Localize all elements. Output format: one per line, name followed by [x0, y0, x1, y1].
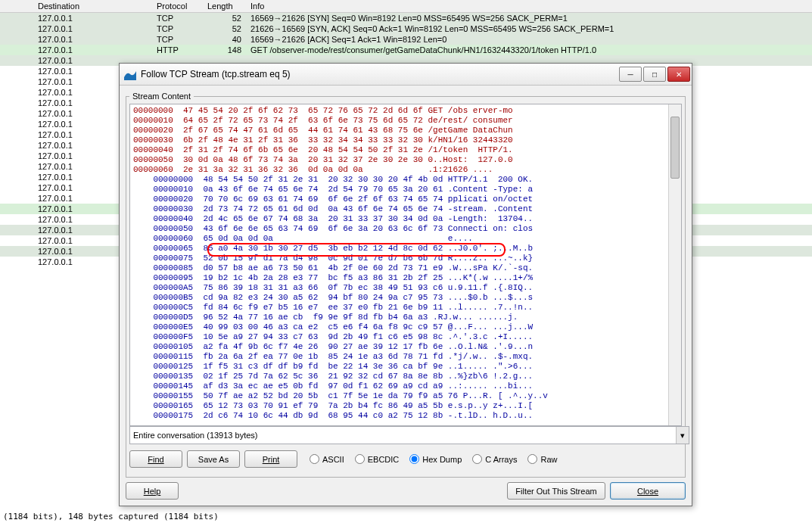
hex-line: 00000060 65 0d 0a 0d 0a e.... [133, 234, 678, 244]
hex-dump-pane[interactable]: 00000000 47 45 54 20 2f 6f 62 73 65 72 7… [129, 104, 682, 267]
follow-tcp-stream-dialog: Follow TCP Stream (tcp.stream eq 5) ─ □ … [119, 63, 692, 267]
hex-line: 00000040 2d 4c 65 6e 67 74 68 3a 20 31 3… [133, 214, 678, 224]
scrollbar-thumb[interactable] [670, 117, 680, 179]
hex-line: 00000030 2d 73 74 72 65 61 6d 0d 0a 43 6… [133, 204, 678, 214]
table-row[interactable]: 127.0.0.1TCP5221626→16569 [SYN, ACK] Seq… [0, 23, 812, 34]
hex-line: 00000010 0a 43 6f 6e 74 65 6e 74 2d 54 7… [133, 185, 678, 195]
table-row[interactable]: 127.0.0.1TCP5216569→21626 [SYN] Seq=0 Wi… [0, 13, 812, 24]
dialog-title: Follow TCP Stream (tcp.stream eq 5) [141, 69, 619, 79]
col-info[interactable]: Info [246, 0, 812, 13]
col-length[interactable]: Length [203, 0, 246, 13]
titlebar[interactable]: Follow TCP Stream (tcp.stream eq 5) ─ □ … [120, 64, 692, 86]
table-row[interactable]: 127.0.0.1TCP4016569→21626 [ACK] Seq=1 Ac… [0, 34, 812, 45]
hex-line: 00000050 43 6f 6e 6e 65 63 74 69 6f 6e 3… [133, 224, 678, 234]
table-header-row: Destination Protocol Length Info [0, 0, 812, 13]
wireshark-icon [124, 68, 136, 80]
stream-content-legend: Stream Content [129, 92, 194, 101]
scrollbar[interactable] [668, 104, 681, 267]
hex-line: 00000075 52 0b 15 9f d1 7a d4 98 0c 9d 0… [133, 254, 678, 263]
hex-line: 00000060 2e 31 3a 32 31 36 32 36 0d 0a 0… [133, 165, 678, 175]
hex-line: 00000050 30 0d 0a 48 6f 73 74 3a 20 31 3… [133, 155, 678, 165]
close-window-button[interactable]: ✕ [667, 67, 690, 82]
col-destination[interactable]: Destination [0, 0, 152, 13]
hex-line: 00000020 2f 67 65 74 47 61 6d 65 44 61 7… [133, 126, 678, 135]
stream-content-fieldset: Stream Content 00000000 47 45 54 20 2f 6… [126, 92, 686, 267]
hex-line: 00000085 d0 57 b8 ae a6 73 50 61 4b 2f 0… [133, 263, 678, 267]
hex-line: 00000040 2f 31 2f 74 6f 6b 65 6e 20 48 5… [133, 145, 678, 155]
hex-line: 00000010 64 65 2f 72 65 73 74 2f 63 6f 6… [133, 116, 678, 126]
hex-line: 00000000 47 45 54 20 2f 6f 62 73 65 72 7… [133, 106, 678, 116]
minimize-button[interactable]: ─ [619, 67, 642, 82]
hex-line: 00000020 70 70 6c 69 63 61 74 69 6f 6e 2… [133, 195, 678, 204]
hex-line: 00000030 6b 2f 48 4e 31 2f 31 36 33 32 3… [133, 135, 678, 145]
maximize-button[interactable]: □ [643, 67, 666, 82]
hex-line: 00000000 48 54 54 50 2f 31 2e 31 20 32 3… [133, 175, 678, 185]
hex-line: 00000065 85 a0 4a 30 1b 30 27 d5 3b eb b… [133, 244, 678, 254]
table-row[interactable]: 127.0.0.1HTTP148GET /observer-mode/rest/… [0, 45, 812, 55]
col-protocol[interactable]: Protocol [152, 0, 203, 13]
